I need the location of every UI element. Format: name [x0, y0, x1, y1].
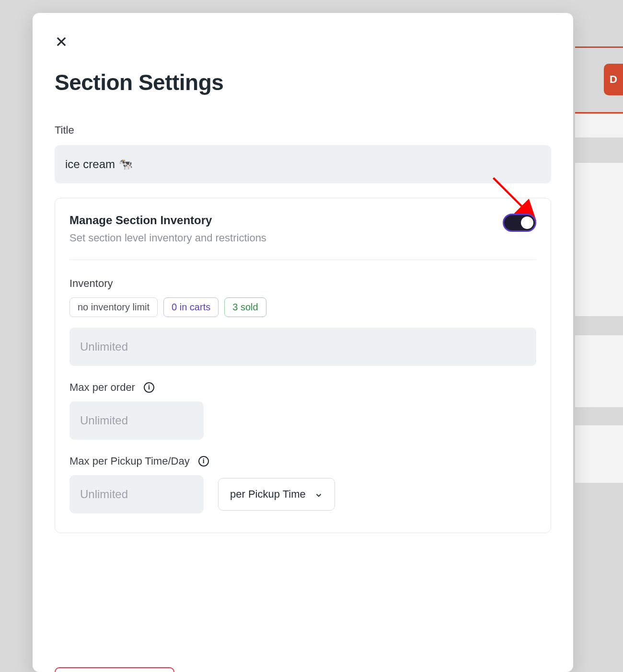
bg-strip	[575, 335, 623, 407]
delete-button[interactable]	[55, 667, 174, 672]
inventory-toggle[interactable]	[503, 214, 536, 232]
section-settings-modal: Section Settings Title Manage Section In…	[33, 13, 573, 672]
bg-strip	[575, 114, 623, 137]
tag-sold: 3 sold	[224, 297, 266, 317]
bg-divider-top	[575, 46, 623, 48]
pickup-period-value: per Pickup Time	[230, 488, 306, 501]
bg-strip	[575, 163, 623, 316]
info-icon[interactable]: i	[198, 456, 209, 467]
close-icon[interactable]	[55, 35, 68, 50]
max-per-order-input[interactable]	[69, 401, 204, 440]
bg-primary-button[interactable]: D	[604, 64, 623, 95]
pickup-period-select[interactable]: per Pickup Time	[218, 478, 335, 511]
inventory-panel-title: Manage Section Inventory	[69, 214, 503, 227]
tag-no-limit: no inventory limit	[69, 297, 158, 317]
chevron-down-icon	[314, 490, 323, 499]
max-per-order-label: Max per order	[69, 381, 135, 394]
title-label: Title	[55, 124, 551, 137]
max-per-pickup-input[interactable]	[69, 475, 204, 513]
modal-title: Section Settings	[55, 69, 551, 95]
inventory-tags: no inventory limit 0 in carts 3 sold	[69, 297, 536, 317]
svg-line-0	[494, 178, 532, 216]
tag-in-carts: 0 in carts	[163, 297, 219, 317]
inventory-panel-desc: Set section level inventory and restrict…	[69, 232, 503, 244]
max-per-pickup-label: Max per Pickup Time/Day	[69, 455, 190, 467]
inventory-panel: Manage Section Inventory Set section lev…	[55, 198, 551, 533]
inventory-label: Inventory	[69, 277, 536, 290]
info-icon[interactable]: i	[144, 382, 154, 393]
inventory-input[interactable]	[69, 328, 536, 366]
title-input[interactable]	[55, 145, 551, 183]
bg-strip	[575, 425, 623, 483]
